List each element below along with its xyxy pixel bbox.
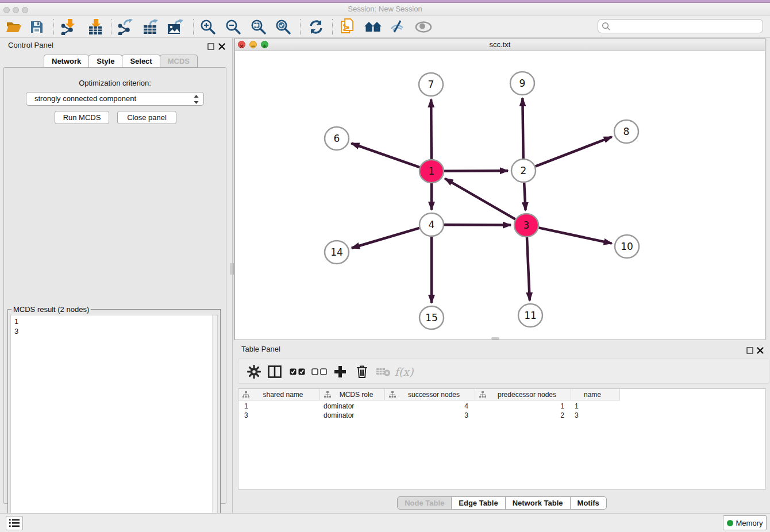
canvas-scrollbar-grip[interactable] — [491, 337, 499, 340]
split-view-button[interactable] — [265, 363, 284, 381]
open-session-button[interactable] — [4, 18, 24, 36]
window-close-button[interactable] — [3, 7, 10, 13]
show-all-button[interactable] — [414, 18, 433, 36]
table-cell[interactable]: 1 — [238, 402, 320, 411]
network-close-button[interactable] — [238, 41, 245, 48]
table-cell[interactable]: 3 — [385, 411, 475, 420]
column-settings-button[interactable] — [245, 363, 263, 381]
criterion-value: strongly connected component — [34, 94, 136, 103]
close-panel-button[interactable]: Close panel — [117, 111, 176, 124]
column-header-predecessor-nodes[interactable]: predecessor nodes — [475, 389, 571, 400]
memory-label: Memory — [736, 519, 763, 527]
graph-node-label-11: 11 — [524, 310, 537, 321]
save-session-button[interactable] — [27, 18, 47, 36]
result-scrollbar[interactable] — [212, 315, 217, 523]
import-table-button[interactable] — [86, 18, 105, 36]
plus-icon — [334, 365, 346, 378]
edge-3-10[interactable] — [539, 228, 612, 243]
export-image-button[interactable] — [165, 18, 185, 36]
table-cell[interactable]: 1 — [571, 402, 620, 411]
edge-3-11[interactable] — [527, 237, 530, 300]
control-panel: Control Panel NetworkStyleSelectMCDS Opt… — [0, 38, 230, 512]
checked-boxes-icon — [290, 368, 305, 375]
column-header-name[interactable]: name — [571, 389, 620, 400]
table-row[interactable]: 1dominator411 — [238, 402, 620, 411]
tab-node-table[interactable]: Node Table — [397, 496, 452, 510]
zoom-in-button[interactable] — [198, 18, 218, 36]
control-panel-header: Control Panel — [0, 38, 230, 53]
import-network-button[interactable] — [59, 18, 78, 36]
delete-table-button[interactable] — [374, 363, 392, 381]
memory-button[interactable]: Memory — [723, 515, 767, 530]
apply-layout-button[interactable] — [306, 18, 326, 36]
mcds-result-area[interactable]: 1 3 — [10, 315, 218, 523]
table-cell[interactable]: 2 — [475, 411, 571, 420]
column-header-successor-nodes[interactable]: successor nodes — [385, 389, 475, 400]
float-table-panel-icon[interactable] — [746, 346, 753, 353]
tab-select[interactable]: Select — [122, 55, 160, 68]
graph-node-label-1: 1 — [429, 165, 435, 177]
task-history-button[interactable] — [6, 516, 23, 530]
close-table-panel-icon[interactable] — [757, 346, 764, 353]
edge-4-3[interactable] — [444, 225, 511, 225]
clone-network-button[interactable] — [338, 18, 357, 36]
network-maximize-button[interactable] — [261, 41, 268, 48]
graph-node-label-15: 15 — [425, 312, 438, 323]
edge-1-7[interactable] — [431, 99, 432, 159]
edge-1-6[interactable] — [352, 143, 420, 167]
node-table[interactable]: shared nameMCDS rolesuccessor nodesprede… — [238, 388, 766, 489]
panel-divider[interactable] — [232, 38, 233, 513]
run-mcds-button[interactable]: Run MCDS — [55, 111, 109, 124]
column-header-shared-name[interactable]: shared name — [238, 389, 320, 400]
function-builder-button[interactable]: f(x) — [395, 363, 413, 381]
hide-selected-button[interactable] — [387, 18, 407, 36]
network-graph-canvas[interactable]: 7968124314101511 — [235, 51, 765, 340]
home-button[interactable] — [363, 18, 383, 36]
edge-1-2[interactable] — [444, 171, 508, 171]
float-panel-icon[interactable] — [207, 42, 214, 49]
edge-2-3[interactable] — [524, 183, 525, 210]
home-icon — [364, 20, 382, 34]
tab-network-table[interactable]: Network Table — [505, 496, 571, 510]
trash-icon — [356, 365, 368, 379]
zoom-fit-button[interactable] — [249, 18, 268, 36]
table-cell[interactable]: dominator — [320, 411, 385, 420]
zoom-selected-button[interactable] — [274, 18, 293, 36]
select-all-button[interactable] — [288, 363, 306, 381]
eye-slash-icon — [389, 20, 405, 34]
edge-2-8[interactable] — [536, 137, 612, 166]
export-table-button[interactable] — [141, 18, 160, 36]
open-folder-icon — [6, 20, 22, 34]
tab-edge-table[interactable]: Edge Table — [451, 496, 505, 510]
window-zoom-button[interactable] — [22, 7, 28, 13]
close-panel-icon[interactable] — [218, 42, 225, 49]
window-minimize-button[interactable] — [13, 7, 19, 13]
table-cell[interactable]: 4 — [385, 402, 475, 411]
table-cell[interactable]: 1 — [475, 402, 571, 411]
edge-4-14[interactable] — [352, 228, 419, 248]
zoom-out-button[interactable] — [224, 18, 243, 36]
table-cell[interactable]: dominator — [320, 402, 385, 411]
tab-motifs[interactable]: Motifs — [570, 496, 607, 510]
edge-2-9[interactable] — [522, 98, 523, 159]
import-table-icon — [88, 19, 103, 35]
edge-3-1[interactable] — [445, 179, 515, 219]
delete-column-button[interactable] — [353, 363, 371, 381]
table-cell[interactable]: 3 — [238, 411, 320, 420]
search-input[interactable] — [613, 20, 760, 32]
divider-grip[interactable] — [230, 263, 234, 275]
deselect-all-button[interactable] — [310, 363, 328, 381]
add-column-button[interactable] — [331, 363, 349, 381]
tab-mcds[interactable]: MCDS — [160, 55, 198, 68]
tab-style[interactable]: Style — [88, 55, 122, 68]
tab-network[interactable]: Network — [44, 55, 89, 68]
attribute-icon — [389, 391, 396, 398]
column-header-MCDS-role[interactable]: MCDS role — [320, 389, 385, 400]
table-cell[interactable]: 3 — [571, 411, 620, 420]
export-network-button[interactable] — [116, 18, 135, 36]
attribute-icon — [479, 391, 486, 398]
criterion-dropdown[interactable]: strongly connected component — [26, 92, 204, 106]
eye-icon — [415, 21, 432, 33]
table-row[interactable]: 3dominator323 — [238, 411, 620, 420]
network-minimize-button[interactable] — [249, 41, 257, 48]
